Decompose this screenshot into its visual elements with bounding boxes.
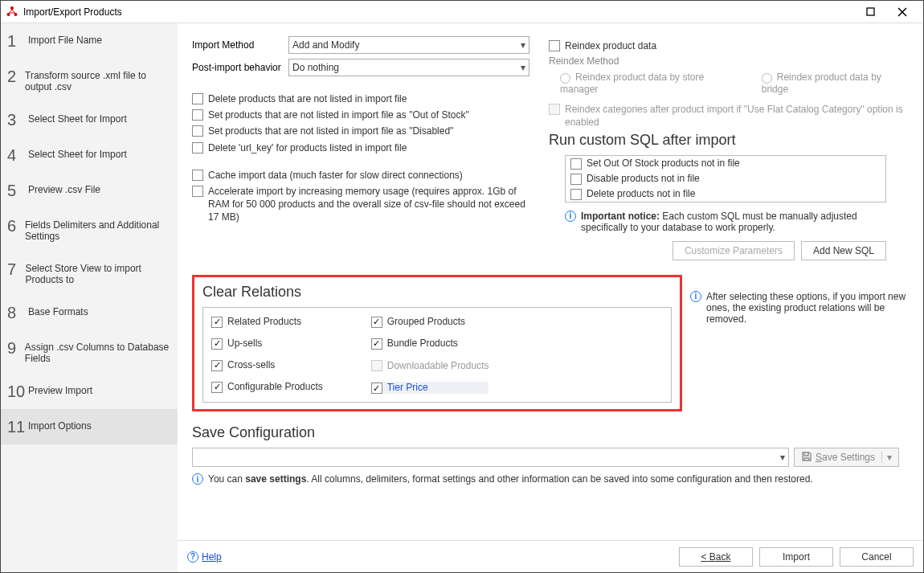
step-6[interactable]: 6Fields Delimiters and Additional Settin… [1, 208, 178, 252]
up-sells-checkbox[interactable] [211, 338, 223, 350]
save-settings-button[interactable]: Save Settings ▾ [794, 448, 899, 467]
help-icon: ? [187, 551, 198, 563]
import-method-label: Import Method [192, 39, 288, 51]
info-icon: i [565, 211, 576, 222]
chevron-down-icon: ▾ [881, 452, 892, 463]
sql-item-3-checkbox[interactable] [570, 189, 582, 200]
import-method-select[interactable]: Add and Modify ▾ [288, 36, 529, 54]
chevron-down-icon: ▾ [780, 452, 785, 463]
reindex-method-label: Reindex Method [549, 55, 909, 67]
main-content: Import Method Add and Modify ▾ Post-impo… [178, 23, 923, 572]
set-out-of-stock-checkbox[interactable] [192, 109, 203, 121]
run-custom-sql-title: Run custom SQL after import [549, 132, 909, 149]
clear-relations-note: After selecting these options, if you im… [706, 291, 909, 325]
import-button[interactable]: Import [759, 547, 833, 567]
reindex-by-bridge-radio[interactable]: Reindex product data by bridge [762, 72, 909, 94]
accelerate-import-checkbox[interactable] [192, 186, 203, 197]
clear-relations-panel: Clear Relations Related Products Up-sell… [192, 275, 682, 411]
step-4[interactable]: 4Select Sheet for Import [1, 137, 178, 173]
sql-notice: Important notice: Each custom SQL must b… [581, 211, 886, 233]
import-export-window: Import/Export Products 1Import File Name… [0, 0, 924, 573]
back-button[interactable]: < Back [679, 547, 753, 567]
step-5[interactable]: 5Preview .csv File [1, 173, 178, 208]
reindex-product-data-checkbox[interactable] [549, 40, 560, 51]
help-link[interactable]: ? Help [187, 551, 222, 563]
step-11[interactable]: 11Import Options [1, 409, 178, 444]
grouped-products-checkbox[interactable] [371, 317, 382, 328]
step-9[interactable]: 9Assign .csv Columns to Database Fields [1, 330, 178, 374]
window-title: Import/Export Products [23, 6, 122, 18]
info-icon: i [192, 473, 203, 485]
set-disabled-checkbox[interactable] [192, 125, 203, 137]
svg-point-1 [7, 13, 10, 16]
step-8[interactable]: 8Base Formats [1, 295, 178, 330]
title-bar: Import/Export Products [1, 1, 923, 23]
delete-url-key-checkbox[interactable] [192, 142, 203, 153]
maximize-button[interactable] [854, 1, 886, 23]
cache-import-checkbox[interactable] [192, 170, 203, 181]
step-3[interactable]: 3Select Sheet for Import [1, 102, 178, 137]
save-configuration-title: Save Configuration [192, 424, 899, 441]
bundle-products-checkbox[interactable] [371, 338, 382, 350]
reindex-flat-catalog-checkbox [549, 104, 560, 115]
custom-sql-listbox: Set Out Of Stock products not in file Di… [565, 155, 886, 203]
save-icon [801, 451, 812, 465]
save-settings-note: You can save settings. All columns, deli… [208, 473, 813, 485]
configurable-products-checkbox[interactable] [211, 382, 223, 393]
add-new-sql-button[interactable]: Add New SQL [801, 241, 886, 260]
cross-sells-checkbox[interactable] [211, 360, 223, 371]
close-button[interactable] [886, 1, 918, 23]
step-7[interactable]: 7Select Store View to import Products to [1, 252, 178, 295]
step-2[interactable]: 2Transform source .xml file to output .c… [1, 59, 178, 102]
post-import-label: Post-import behavior [192, 62, 288, 73]
related-products-checkbox[interactable] [211, 317, 223, 328]
chevron-down-icon: ▾ [521, 39, 525, 51]
wizard-footer: ? Help < Back Import Cancel [178, 540, 923, 572]
step-10[interactable]: 10Preview Import [1, 374, 178, 409]
delete-unlisted-checkbox[interactable] [192, 93, 203, 104]
info-icon: i [690, 291, 701, 302]
customize-parameters-button[interactable]: Customize Parameters [673, 241, 795, 260]
step-1[interactable]: 1Import File Name [1, 23, 178, 59]
sql-item-1-checkbox[interactable] [570, 158, 582, 170]
clear-relations-title: Clear Relations [202, 284, 672, 301]
reindex-by-store-radio[interactable]: Reindex product data by store manager [560, 72, 742, 94]
cancel-button[interactable]: Cancel [840, 547, 914, 567]
chevron-down-icon: ▾ [521, 62, 525, 73]
tier-price-checkbox[interactable] [371, 383, 382, 394]
save-configuration-combo[interactable]: ▾ [192, 448, 789, 467]
wizard-sidebar: 1Import File Name 2Transform source .xml… [1, 23, 178, 572]
svg-rect-3 [867, 8, 874, 15]
sql-item-2-checkbox[interactable] [570, 174, 582, 185]
post-import-select[interactable]: Do nothing ▾ [288, 59, 529, 76]
downloadable-products-checkbox [371, 360, 382, 371]
app-icon [6, 6, 18, 18]
svg-point-2 [14, 13, 18, 16]
